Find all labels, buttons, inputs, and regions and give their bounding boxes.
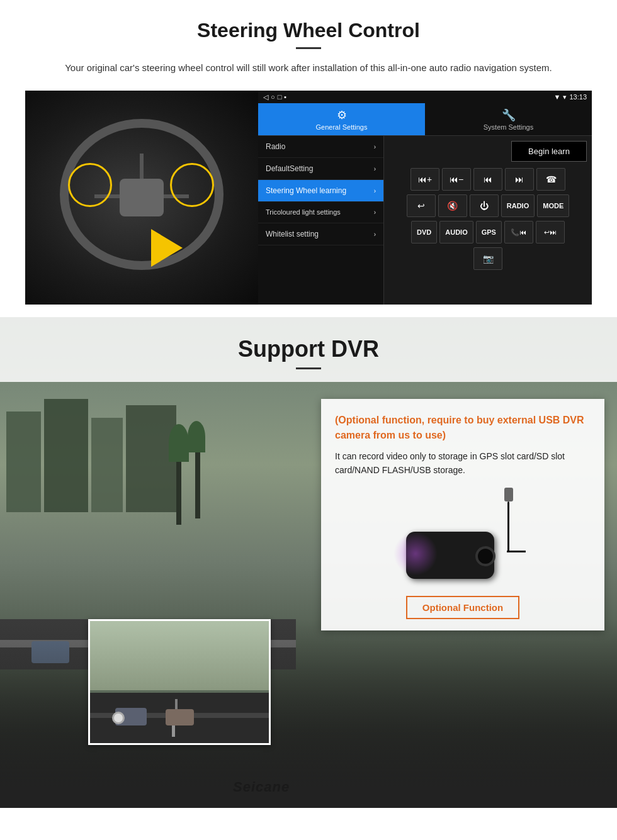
steering-content-area: ◁ ○ □ ▪ ▼ ▾ 13:13 ⚙ General Settings 🔧 S… bbox=[25, 91, 592, 305]
android-settings-tabs: ⚙ General Settings 🔧 System Settings bbox=[258, 103, 592, 136]
btn-vol-minus[interactable]: ⏮− bbox=[442, 168, 471, 191]
dvr-section: Support DVR (Optio bbox=[0, 317, 617, 808]
wheel-center-hub bbox=[120, 179, 164, 216]
status-wifi-icon: ▾ bbox=[563, 93, 567, 101]
menu-tricoloured-label: Tricoloured light settings bbox=[266, 208, 341, 216]
seicane-branding: Seicane bbox=[233, 779, 290, 795]
menu-item-defaultsetting[interactable]: DefaultSetting › bbox=[258, 158, 383, 180]
dvr-card-title: (Optional function, require to buy exter… bbox=[335, 413, 591, 443]
btn-dvd[interactable]: DVD bbox=[411, 221, 437, 244]
status-signal-icon: ▼ bbox=[554, 93, 561, 101]
btn-prev-track[interactable]: ⏮ bbox=[473, 168, 502, 191]
gear-icon: ⚙ bbox=[337, 108, 347, 122]
btn-phone-prev[interactable]: 📞⏮ bbox=[504, 221, 533, 244]
tab-system-settings[interactable]: 🔧 System Settings bbox=[425, 103, 592, 135]
nav-menu-icon[interactable]: ▪ bbox=[284, 93, 286, 101]
nav-home-icon[interactable]: ○ bbox=[271, 93, 275, 101]
chevron-whitelist-icon: › bbox=[374, 231, 376, 238]
dvr-background: Support DVR (Optio bbox=[0, 317, 617, 808]
btn-mute[interactable]: 🔇 bbox=[438, 194, 467, 217]
begin-learn-row: Begin learn bbox=[389, 141, 587, 162]
tab-system-label: System Settings bbox=[484, 123, 533, 131]
menu-item-tricoloured[interactable]: Tricoloured light settings › bbox=[258, 202, 383, 223]
control-row-3: DVD AUDIO GPS 📞⏮ ↩⏭ bbox=[389, 221, 587, 244]
android-control-buttons-area: Begin learn ⏮+ ⏮− ⏮ ⏭ ☎ ↩ 🔇 ⏻ bbox=[384, 136, 592, 305]
dvr-inset-screenshot bbox=[88, 619, 271, 745]
steering-section: Steering Wheel Control Your original car… bbox=[0, 0, 617, 317]
dvr-title-divider bbox=[296, 367, 321, 369]
menu-item-radio[interactable]: Radio › bbox=[258, 136, 383, 158]
android-main-area: Radio › DefaultSetting › Steering Wheel … bbox=[258, 136, 592, 305]
menu-radio-label: Radio bbox=[266, 142, 285, 151]
btn-mode[interactable]: MODE bbox=[537, 194, 569, 217]
seicane-text: Seicane bbox=[233, 779, 290, 795]
btn-gps[interactable]: GPS bbox=[476, 221, 502, 244]
control-row-1: ⏮+ ⏮− ⏮ ⏭ ☎ bbox=[389, 168, 587, 191]
chevron-tricoloured-icon: › bbox=[374, 209, 376, 216]
steering-subtitle: Your original car's steering wheel contr… bbox=[50, 60, 567, 76]
wrench-icon: 🔧 bbox=[502, 108, 516, 122]
title-divider-1 bbox=[296, 47, 321, 49]
nav-recent-icon[interactable]: □ bbox=[278, 93, 282, 101]
btn-phone[interactable]: ☎ bbox=[536, 168, 565, 191]
menu-whitelist-label: Whitelist setting bbox=[266, 230, 319, 238]
dvr-title-area: Support DVR bbox=[0, 317, 617, 382]
dvr-info-card: (Optional function, require to buy exter… bbox=[321, 399, 604, 630]
btn-hang-next[interactable]: ↩⏭ bbox=[536, 221, 565, 244]
menu-default-label: DefaultSetting bbox=[266, 164, 313, 173]
chevron-steering-icon: › bbox=[374, 188, 376, 194]
tab-general-label: General Settings bbox=[316, 123, 368, 131]
yellow-circle-left-indicator bbox=[68, 163, 112, 207]
begin-learn-button[interactable]: Begin learn bbox=[511, 141, 587, 162]
yellow-arrow-pointer bbox=[151, 229, 183, 267]
btn-next-track[interactable]: ⏭ bbox=[505, 168, 534, 191]
btn-power[interactable]: ⏻ bbox=[470, 194, 499, 217]
steering-wheel-image bbox=[25, 91, 258, 305]
menu-item-steering-wheel[interactable]: Steering Wheel learning › bbox=[258, 180, 383, 202]
status-time: 13:13 bbox=[569, 93, 587, 101]
chevron-radio-icon: › bbox=[374, 143, 376, 150]
android-ui-panel: ◁ ○ □ ▪ ▼ ▾ 13:13 ⚙ General Settings 🔧 S… bbox=[258, 91, 592, 305]
btn-vol-plus[interactable]: ⏮+ bbox=[410, 168, 439, 191]
control-row-4: 📷 bbox=[389, 247, 587, 270]
yellow-circle-right-indicator bbox=[170, 163, 214, 207]
android-statusbar: ◁ ○ □ ▪ ▼ ▾ 13:13 bbox=[258, 91, 592, 103]
chevron-default-icon: › bbox=[374, 165, 376, 172]
btn-audio[interactable]: AUDIO bbox=[439, 221, 473, 244]
btn-radio[interactable]: RADIO bbox=[501, 194, 535, 217]
android-settings-menu: Radio › DefaultSetting › Steering Wheel … bbox=[258, 136, 384, 305]
btn-screenshot[interactable]: 📷 bbox=[473, 247, 502, 270]
btn-hang-up[interactable]: ↩ bbox=[407, 194, 436, 217]
dvr-card-body: It can record video only to storage in G… bbox=[335, 449, 591, 478]
menu-steering-label: Steering Wheel learning bbox=[266, 186, 346, 195]
control-row-2: ↩ 🔇 ⏻ RADIO MODE bbox=[389, 194, 587, 217]
steering-title: Steering Wheel Control bbox=[25, 19, 592, 42]
dvr-camera-image bbox=[375, 488, 551, 582]
tab-general-settings[interactable]: ⚙ General Settings bbox=[258, 103, 425, 135]
nav-back-icon[interactable]: ◁ bbox=[263, 93, 268, 101]
optional-function-button[interactable]: Optional Function bbox=[406, 596, 519, 619]
menu-item-whitelist[interactable]: Whitelist setting › bbox=[258, 223, 383, 245]
dvr-title: Support DVR bbox=[0, 336, 617, 362]
